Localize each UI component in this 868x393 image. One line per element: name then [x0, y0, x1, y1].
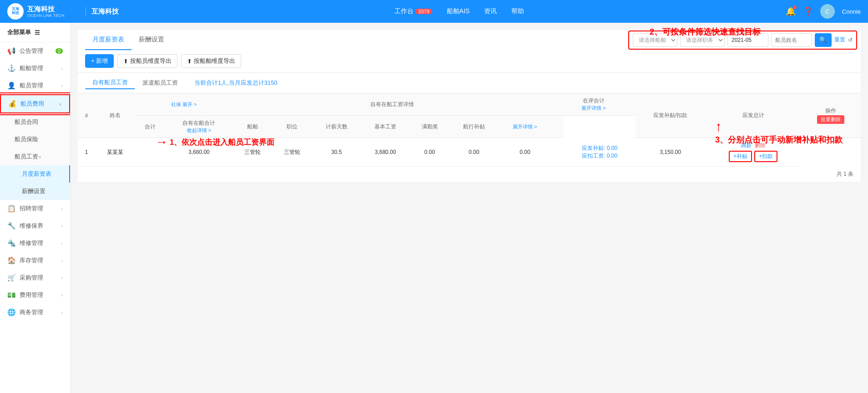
sidebar-item-maintenance[interactable]: 🔧 维修保养 › — [0, 217, 70, 235]
sidebar-item-ship-management[interactable]: ⚓ 船舶管理 › — [0, 60, 70, 77]
nav-workbench[interactable]: 工作台 3379 — [394, 7, 432, 15]
th-social: 社保 展开 > — [135, 93, 232, 116]
sidebar-item-recruitment[interactable]: 📋 招聘管理 › — [0, 200, 70, 217]
table-row: 1 某某某 3,680.00 三管轮 三管轮 30.5 3,68 — [78, 138, 861, 167]
chevron-right-icon: › — [61, 206, 63, 211]
th-no: # — [78, 93, 95, 138]
chevron-down-icon: ∨ — [38, 154, 41, 159]
td-name: 某某某 — [95, 138, 135, 167]
summary-info: 当前合计1人,当月应发总计3150 — [194, 79, 278, 87]
content-area: 2、可按条件筛选快速查找目标 月度薪资表 薪酬设置 — [78, 30, 861, 182]
sidebar-item-announcement[interactable]: 📢 公告管理 0 — [0, 42, 70, 60]
search-button[interactable]: 🔍 — [815, 33, 832, 47]
chevron-right-icon: › — [61, 241, 63, 246]
summary-tab-dispatch[interactable]: 派遣船员工资 — [135, 77, 185, 89]
refresh-button[interactable]: ↺ — [848, 37, 853, 43]
batch-delete-button[interactable]: 批量删除 — [817, 115, 844, 124]
sidebar-item-monthly-salary[interactable]: 月度薪资表 — [0, 165, 70, 183]
th-social-expand[interactable]: 社保 展开 > — [171, 102, 197, 107]
repair-icon: 🔩 — [7, 239, 16, 247]
tab-filter-row: 月度薪资表 薪酬设置 请选择船舶 请选择职务 — [78, 30, 861, 50]
reset-button[interactable]: 重置 — [834, 36, 845, 44]
salary-table: # 姓名 社保 展开 > 自有在船工资详情 在岸合计 — [78, 93, 861, 167]
add-button[interactable]: + 新增 — [85, 54, 114, 68]
th-own-detail-expand[interactable]: 收起详情 > — [187, 128, 211, 133]
th-shore-expand2[interactable]: 展开详情 > — [513, 124, 537, 129]
sidebar-item-crew-insurance[interactable]: 船员保险 — [0, 131, 70, 148]
export-by-person-button[interactable]: ⬆ 按船员维度导出 — [117, 54, 177, 68]
sidebar-item-salary-settings[interactable]: 薪酬设置 — [0, 183, 70, 200]
main-content: 2、可按条件筛选快速查找目标 月度薪资表 薪酬设置 — [71, 23, 868, 393]
nav-help[interactable]: 帮助 — [511, 7, 524, 15]
inventory-icon: 🏠 — [7, 256, 16, 265]
sidebar-toggle[interactable]: ☰ — [35, 29, 40, 36]
summary-bar: 自有船员工资 派遣船员工资 当前合计1人,当月应发总计3150 — [78, 73, 861, 93]
td-allowance: 应发补贴: 0.00 应扣工资: 0.00 — [564, 138, 636, 167]
export-by-ship-button[interactable]: ⬆ 按船舶维度导出 — [181, 54, 241, 68]
question-button[interactable]: ❓ — [803, 6, 813, 16]
nav-separator — [86, 7, 86, 16]
sidebar-item-crew-salary[interactable]: 船员工资 ∨ — [0, 148, 70, 165]
chevron-right-icon: › — [61, 293, 63, 298]
td-base-salary: 3,680.00 — [361, 138, 409, 167]
td-shore-total: 0.00 — [499, 138, 552, 167]
op-add-allowance-button[interactable]: +补贴 — [729, 151, 752, 162]
summary-tab-own[interactable]: 自有船员工资 — [85, 77, 135, 89]
sidebar-header: 全部菜单 ☰ — [0, 23, 70, 42]
name-filter[interactable] — [771, 33, 812, 47]
nav-ais[interactable]: 船舶AIS — [447, 7, 470, 15]
expense-icon: 💰 — [8, 100, 17, 108]
chevron-right-icon: › — [61, 66, 63, 71]
td-own-ship-total: 3,680.00 — [166, 138, 233, 167]
allowance-add-link[interactable]: 应发补贴: 0.00 — [567, 144, 632, 152]
ship-filter[interactable]: 请选择船舶 — [633, 33, 677, 47]
sidebar-item-crew-contract[interactable]: 船员合同 — [0, 113, 70, 131]
th-shore: 在岸合计 展开详情 > — [551, 93, 636, 116]
sidebar-item-inventory[interactable]: 🏠 库存管理 › — [0, 252, 70, 269]
nav-right: 🔔 ❓ C Connie — [786, 4, 861, 19]
notification-button[interactable]: 🔔 — [786, 6, 796, 16]
th-shore-empty — [551, 116, 564, 138]
avatar[interactable]: C — [820, 4, 835, 19]
tab-monthly-salary[interactable]: 月度薪资表 — [85, 30, 131, 50]
th-base-salary: 基本工资 — [361, 116, 409, 138]
allowance-deduct-link[interactable]: 应扣工资: 0.00 — [567, 152, 632, 160]
chevron-right-icon: › — [61, 258, 63, 263]
sidebar-sub-salary: 月度薪资表 薪酬设置 — [0, 165, 70, 200]
sidebar-item-business[interactable]: 🌐 商务管理 › — [0, 304, 70, 321]
date-filter[interactable] — [727, 33, 768, 47]
td-social-total — [135, 138, 165, 167]
th-ship: 船舶 — [232, 116, 272, 138]
nav-center: 工作台 3379 船舶AIS 资讯 帮助 — [133, 7, 786, 15]
position-filter[interactable]: 请选择职务 — [680, 33, 725, 47]
chevron-right-icon: › — [61, 83, 63, 88]
business-icon: 🌐 — [7, 308, 16, 316]
th-calc-days: 计薪天数 — [312, 116, 361, 138]
logo-icon: 互海科技 — [7, 3, 24, 20]
td-total: 3,150.00 — [636, 138, 705, 167]
th-shore-expand[interactable]: 展开详情 > — [581, 105, 606, 111]
ship-icon: ⚓ — [7, 64, 16, 72]
op-add-deduct-button[interactable]: +扣款 — [754, 151, 777, 162]
th-social-total: 合计 — [135, 116, 165, 138]
user-name[interactable]: Connie — [842, 8, 861, 15]
upload-icon: ⬆ — [123, 58, 128, 65]
maintenance-icon: 🔧 — [7, 222, 16, 230]
op-delete[interactable]: 删除 — [755, 142, 766, 148]
op-salary-adjust[interactable]: 调薪 — [741, 142, 752, 148]
sidebar-item-repair[interactable]: 🔩 维修管理 › — [0, 235, 70, 252]
tab-salary-settings[interactable]: 薪酬设置 — [131, 30, 172, 50]
chevron-right-icon: › — [61, 310, 63, 315]
brand-name: 互海科技 — [91, 7, 119, 16]
nav-news[interactable]: 资讯 — [484, 7, 497, 15]
crew-icon: 👤 — [7, 82, 16, 90]
sidebar-item-finance[interactable]: 💵 费用管理 › — [0, 286, 70, 304]
sidebar-item-crew-expense[interactable]: 💰 船员费用 ∨ — [0, 94, 70, 113]
th-allowance: 应发补贴/扣款 — [636, 93, 705, 138]
sidebar-item-procurement[interactable]: 🛒 采购管理 › — [0, 269, 70, 286]
sidebar-item-crew-management[interactable]: 👤 船员管理 › — [0, 77, 70, 94]
td-ship: 三管轮 — [232, 138, 272, 167]
td-sailing-bonus: 0.00 — [449, 138, 498, 167]
td-calc-days: 30.5 — [312, 138, 361, 167]
th-sailing-bonus: 航行补贴 — [449, 116, 498, 138]
